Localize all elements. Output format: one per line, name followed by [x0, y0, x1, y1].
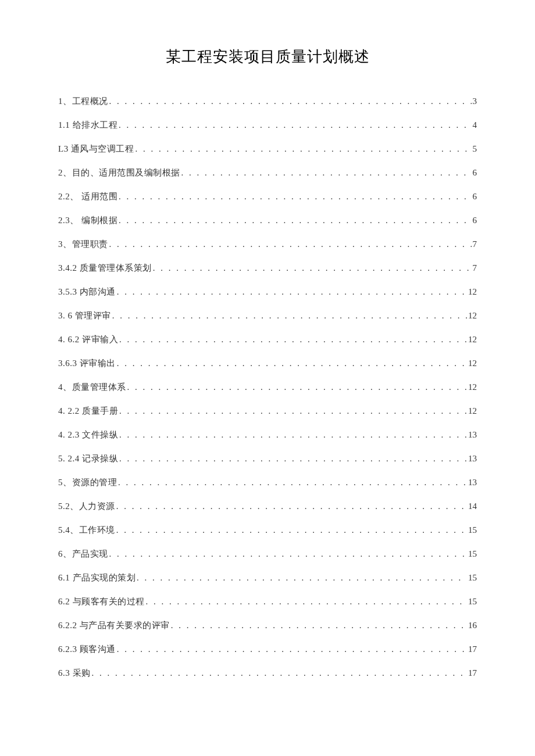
toc-entry-label: 1.1 给排水工程	[58, 120, 117, 131]
toc-row[interactable]: 6.1 产品实现的策划15	[58, 572, 477, 583]
toc-row[interactable]: 5.2、人力资源14	[58, 501, 477, 512]
toc-row[interactable]: 3.5.3 内部沟通12	[58, 286, 477, 298]
toc-leader-dots	[116, 525, 467, 535]
toc-leader-dots	[109, 239, 472, 249]
toc-leader-dots	[137, 573, 467, 583]
toc-entry-page: 15	[468, 573, 477, 583]
toc-row[interactable]: 2、目的、适用范围及编制根据6	[58, 167, 477, 178]
toc-entry-page: 12	[468, 382, 477, 392]
toc-entry-label: 2、目的、适用范围及编制根据	[58, 167, 180, 178]
toc-leader-dots	[92, 668, 468, 678]
toc-row[interactable]: 2.2、 适用范围6	[58, 191, 477, 202]
toc-entry-label: 5、资源的管理	[58, 477, 117, 488]
toc-leader-dots	[119, 335, 467, 345]
toc-entry-label: 2.3、 编制根据	[58, 215, 117, 226]
toc-entry-page: 7	[473, 239, 477, 249]
toc-leader-dots	[119, 120, 472, 130]
toc-leader-dots	[135, 144, 471, 154]
toc-row[interactable]: 1、工程概况3	[58, 96, 477, 107]
toc-row[interactable]: 6.3 采购17	[58, 668, 477, 679]
toc-entry-page: 14	[468, 501, 477, 511]
toc-entry-page: 15	[468, 525, 477, 535]
toc-entry-label: 1、工程概况	[58, 96, 108, 107]
toc-entry-page: 12	[468, 335, 477, 345]
toc-entry-page: 15	[468, 549, 477, 559]
toc-entry-label: 3.6.3 评审输出	[58, 358, 116, 369]
toc-row[interactable]: 6.2.3 顾客沟通17	[58, 644, 477, 655]
toc-entry-label: 4、质量管理体系	[58, 382, 126, 393]
toc-row[interactable]: 3.4.2 质量管理体系策划7	[58, 263, 477, 274]
toc-entry-label: 3.4.2 质量管理体系策划	[58, 263, 152, 274]
toc-entry-page: 12	[468, 359, 477, 368]
toc-leader-dots	[112, 311, 467, 321]
toc-entry-label: 4. 2.2 质量手册	[58, 406, 118, 417]
toc-entry-label: 5. 2.4 记录操纵	[58, 453, 118, 464]
table-of-contents: 1、工程概况31.1 给排水工程4L3 通风与空调工程52、目的、适用范围及编制…	[58, 96, 477, 679]
toc-leader-dots	[119, 216, 472, 225]
toc-entry-label: L3 通风与空调工程	[58, 144, 134, 155]
toc-entry-page: 16	[468, 621, 477, 630]
toc-entry-page: 12	[468, 311, 477, 321]
toc-entry-label: 3.5.3 内部沟通	[58, 286, 116, 298]
toc-row[interactable]: 1.1 给排水工程4	[58, 120, 477, 131]
toc-entry-page: 7	[473, 263, 477, 273]
toc-entry-page: 13	[468, 430, 477, 440]
toc-leader-dots	[117, 287, 467, 297]
toc-entry-label: 6.2.3 顾客沟通	[58, 644, 116, 655]
toc-entry-page: 4	[473, 120, 477, 130]
toc-entry-page: 13	[468, 454, 477, 464]
toc-row[interactable]: 5. 2.4 记录操纵13	[58, 453, 477, 464]
toc-entry-label: 2.2、 适用范围	[58, 191, 117, 202]
toc-entry-page: 17	[468, 668, 477, 678]
toc-entry-label: 4. 6.2 评审输入	[58, 334, 118, 345]
toc-entry-page: 12	[468, 406, 477, 416]
toc-leader-dots	[181, 168, 472, 178]
toc-leader-dots	[109, 96, 472, 106]
toc-row[interactable]: 3.6.3 评审输出12	[58, 358, 477, 369]
toc-row[interactable]: 4. 6.2 评审输入12	[58, 334, 477, 345]
toc-leader-dots	[117, 359, 467, 368]
toc-leader-dots	[119, 192, 472, 202]
toc-entry-page: 12	[468, 287, 477, 297]
toc-row[interactable]: 4、质量管理体系12	[58, 382, 477, 393]
toc-entry-label: 5.2、人力资源	[58, 501, 115, 512]
toc-row[interactable]: 6、产品实现15	[58, 549, 477, 560]
toc-entry-page: 3	[473, 96, 477, 106]
toc-entry-label: 3、管理职责	[58, 239, 108, 250]
toc-entry-page: 17	[468, 644, 477, 654]
toc-leader-dots	[119, 454, 467, 464]
toc-row[interactable]: 6.2 与顾客有关的过程15	[58, 596, 477, 607]
toc-row[interactable]: 5、资源的管理13	[58, 477, 477, 488]
toc-row[interactable]: 3、管理职责7	[58, 239, 477, 250]
toc-leader-dots	[146, 597, 468, 607]
document-page: 某工程安装项目质量计划概述 1、工程概况31.1 给排水工程4L3 通风与空调工…	[0, 0, 535, 738]
toc-row[interactable]: 3. 6 管理评审12	[58, 310, 477, 321]
toc-entry-label: 6.3 采购	[58, 668, 91, 679]
toc-row[interactable]: 6.2.2 与产品有关要求的评审16	[58, 620, 477, 631]
toc-entry-label: 6.2.2 与产品有关要求的评审	[58, 620, 170, 631]
toc-leader-dots	[127, 382, 468, 392]
toc-entry-label: 6.2 与顾客有关的过程	[58, 596, 145, 607]
toc-entry-label: 3. 6 管理评审	[58, 310, 111, 321]
toc-entry-label: 5.4、工作环境	[58, 525, 115, 536]
toc-leader-dots	[116, 501, 467, 511]
document-title: 某工程安装项目质量计划概述	[58, 46, 477, 67]
toc-entry-page: 5	[473, 144, 477, 154]
toc-leader-dots	[118, 478, 467, 488]
toc-leader-dots	[109, 549, 468, 559]
toc-row[interactable]: 5.4、工作环境15	[58, 525, 477, 536]
toc-entry-page: 6	[473, 192, 477, 202]
toc-entry-page: 15	[468, 597, 477, 607]
toc-entry-label: 6.1 产品实现的策划	[58, 572, 135, 583]
toc-row[interactable]: 2.3、 编制根据6	[58, 215, 477, 226]
toc-entry-label: 6、产品实现	[58, 549, 108, 560]
toc-row[interactable]: 4. 2.2 质量手册12	[58, 406, 477, 417]
toc-entry-page: 6	[473, 216, 477, 225]
toc-entry-page: 6	[473, 168, 477, 178]
toc-entry-page: 13	[468, 478, 477, 488]
toc-row[interactable]: L3 通风与空调工程5	[58, 144, 477, 155]
toc-leader-dots	[119, 430, 467, 440]
toc-entry-label: 4. 2.3 文件操纵	[58, 429, 118, 440]
toc-leader-dots	[119, 406, 467, 416]
toc-row[interactable]: 4. 2.3 文件操纵13	[58, 429, 477, 440]
